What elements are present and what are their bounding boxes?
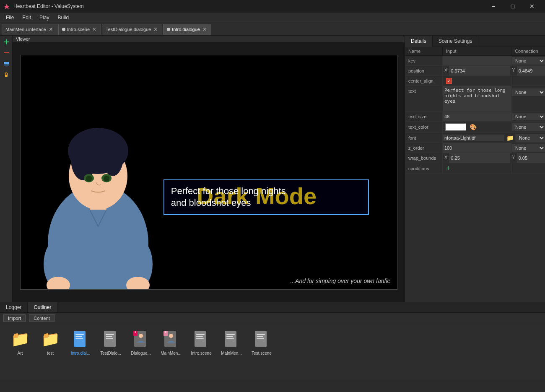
- conditions-add-button[interactable]: +: [443, 163, 454, 174]
- checkbox-check-icon: ✓: [447, 78, 451, 83]
- add-button[interactable]: [2, 37, 11, 47]
- center-align-input-area: ✓: [443, 76, 511, 86]
- file-icon-wrap-dialogue: [131, 329, 151, 349]
- canvas-area[interactable]: Dark Mode Perfect for those long nightsa…: [20, 55, 397, 290]
- svg-rect-6: [5, 75, 8, 77]
- file-item-testscene[interactable]: Test.scene: [248, 329, 275, 356]
- file-item-testdialo[interactable]: TestDialo...: [97, 329, 124, 356]
- prop-select-text[interactable]: None: [512, 88, 545, 96]
- prop-select-text-color[interactable]: None: [512, 123, 545, 131]
- folder-browse-icon[interactable]: 📁: [505, 135, 515, 141]
- tab-main-menu[interactable]: MainMenu.interface ✕: [2, 24, 57, 35]
- file-label-intro-dial: Intro.dial...: [71, 351, 91, 356]
- prop-input-text-size[interactable]: [443, 112, 511, 121]
- content-button[interactable]: Content: [29, 314, 54, 322]
- svg-rect-2: [4, 52, 9, 53]
- tab-main-menu-close[interactable]: ✕: [48, 26, 54, 32]
- color-swatch[interactable]: [445, 123, 466, 131]
- svg-rect-1: [4, 42, 9, 42]
- prop-select-text-size[interactable]: None: [512, 113, 545, 120]
- file-label-art: Art: [18, 351, 23, 356]
- tab-intro-dialogue-dot: [167, 28, 170, 31]
- svg-rect-47: [257, 334, 265, 335]
- prop-select-font[interactable]: None: [516, 134, 545, 142]
- tab-intro-scene[interactable]: Intro.scene ✕: [58, 24, 101, 35]
- prop-name-text-size: text_size: [405, 112, 443, 121]
- file-icon-wrap-art: 📁: [10, 329, 30, 349]
- layers-button[interactable]: [2, 59, 11, 68]
- prop-name-font: font: [405, 133, 443, 143]
- title-bar-left: Heartbeat Editor - ValueSystem: [3, 3, 84, 10]
- col-input: Input: [443, 47, 511, 55]
- prop-name-z-order: z_order: [405, 143, 443, 153]
- maximize-button[interactable]: □: [503, 0, 522, 13]
- prop-input-font[interactable]: [443, 135, 504, 141]
- prop-row-z-order: z_order None: [405, 143, 545, 153]
- prop-select-z-order[interactable]: None: [512, 144, 545, 152]
- bottom-section: Logger Outliner Import Content 📁 Art 📁 t…: [0, 302, 545, 379]
- wrap-bounds-y-input[interactable]: [517, 153, 545, 163]
- file-label-testscene: Test.scene: [252, 351, 272, 356]
- prop-input-key[interactable]: [443, 56, 511, 65]
- position-x-input[interactable]: [449, 66, 510, 75]
- svg-rect-24: [75, 336, 82, 337]
- prop-input-z-order[interactable]: [443, 143, 511, 153]
- menu-edit[interactable]: Edit: [18, 14, 35, 21]
- file-icon-wrap-testscene: [252, 329, 272, 349]
- file-item-test[interactable]: 📁 test: [37, 329, 64, 356]
- file-item-art[interactable]: 📁 Art: [7, 329, 34, 356]
- svg-point-35: [169, 334, 173, 338]
- position-y-input[interactable]: [517, 66, 545, 75]
- tab-intro-dialogue-close[interactable]: ✕: [202, 26, 208, 32]
- color-picker-icon[interactable]: 🎨: [469, 124, 478, 130]
- viewer-container: Viewer: [13, 36, 405, 302]
- svg-point-31: [139, 334, 143, 338]
- prop-name-wrap-bounds: wrap_bounds: [405, 153, 443, 163]
- svg-point-17: [104, 176, 109, 182]
- lock-button[interactable]: [2, 70, 11, 79]
- font-input-area: 📁: [443, 133, 515, 143]
- prop-select-key[interactable]: None: [512, 57, 545, 65]
- close-button[interactable]: ✕: [522, 0, 542, 13]
- file-item-intro-scene[interactable]: Intro.scene: [188, 329, 215, 356]
- file-item-mainmen-scene[interactable]: MainMen...: [158, 329, 184, 356]
- panel-tab-scene-settings[interactable]: Scene Settings: [433, 36, 479, 47]
- file-item-dialogue[interactable]: Dialogue...: [127, 329, 154, 356]
- file-item-intro-dial[interactable]: Intro.dial...: [67, 329, 94, 356]
- panel-tab-details[interactable]: Details: [405, 36, 433, 47]
- prop-textarea-text[interactable]: Perfect for those long nights and bloods…: [443, 86, 511, 111]
- app-icon: [3, 3, 10, 10]
- prop-connection-text-color: None: [511, 122, 545, 132]
- svg-rect-45: [226, 338, 234, 339]
- y-label: Y: [510, 66, 516, 75]
- menu-build[interactable]: Build: [53, 14, 73, 21]
- doc-icon-intro-dial: [72, 330, 89, 348]
- tab-test-dialogue-close[interactable]: ✕: [153, 26, 158, 32]
- svg-rect-39: [196, 334, 205, 335]
- minimize-button[interactable]: −: [484, 0, 503, 13]
- wrap-bounds-x-input[interactable]: [449, 153, 510, 163]
- tab-intro-dialogue[interactable]: Intro.dialogue ✕: [163, 24, 211, 35]
- file-item-mainmen2[interactable]: MainMen...: [218, 329, 245, 356]
- svg-rect-29: [106, 338, 113, 339]
- prop-row-conditions: conditions +: [405, 163, 545, 174]
- svg-rect-40: [196, 336, 203, 337]
- right-panel: Details Scene Settings Name Input Connec…: [405, 36, 545, 302]
- svg-rect-23: [75, 334, 84, 335]
- menu-file[interactable]: File: [2, 14, 18, 21]
- bottom-tab-outliner[interactable]: Outliner: [28, 302, 57, 312]
- tab-test-dialogue[interactable]: TestDialogue.dialogue ✕: [102, 24, 162, 35]
- doc-icon-mainmen-scene: [163, 330, 179, 348]
- viewer: Dark Mode Perfect for those long nightsa…: [13, 43, 405, 302]
- menu-play[interactable]: Play: [35, 14, 53, 21]
- svg-rect-28: [106, 336, 112, 337]
- text-box-content: Perfect for those long nightsand bloodsh…: [171, 185, 361, 209]
- tab-intro-scene-close[interactable]: ✕: [91, 26, 97, 32]
- remove-button[interactable]: [2, 48, 11, 57]
- viewer-label: Viewer: [13, 36, 405, 43]
- bottom-tab-logger[interactable]: Logger: [0, 302, 28, 312]
- import-button[interactable]: Import: [3, 314, 26, 322]
- tab-bar: MainMenu.interface ✕ Intro.scene ✕ TestD…: [0, 23, 545, 36]
- x-label: X: [443, 66, 449, 75]
- center-align-checkbox[interactable]: ✓: [446, 78, 452, 84]
